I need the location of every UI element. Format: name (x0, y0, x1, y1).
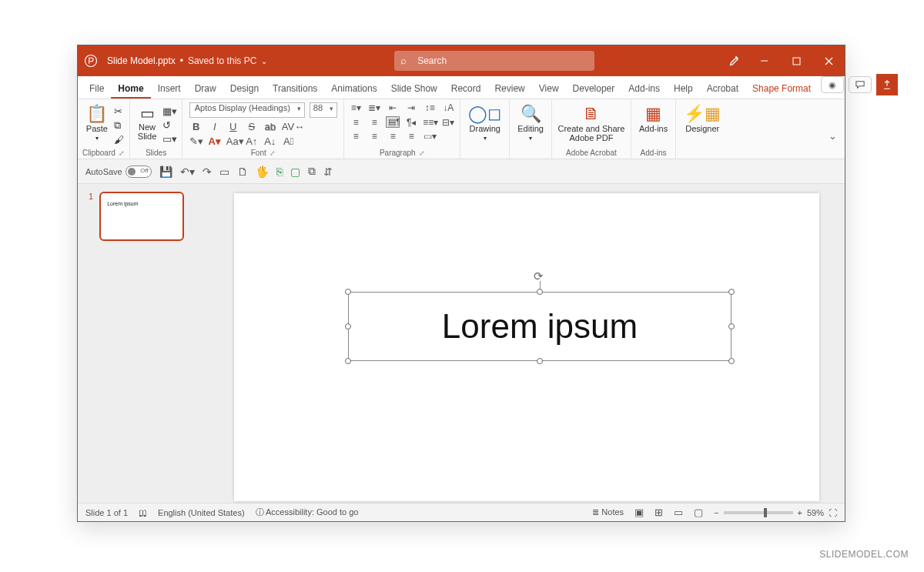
qa-email-icon[interactable]: ⎘ (276, 166, 283, 178)
strike-button[interactable]: S (245, 121, 259, 132)
textbox-text[interactable]: Lorem ipsum (349, 293, 731, 360)
qa-newfile-icon[interactable]: ▭ (219, 166, 229, 178)
addins-button[interactable]: ▦Add-ins (636, 102, 671, 136)
zoom-level[interactable]: 59% (807, 508, 824, 517)
document-title[interactable]: Slide Model.pptx • Saved to this PC ⌄ (104, 55, 267, 66)
share-button[interactable] (876, 74, 898, 95)
align-center-button[interactable]: ≡ (367, 117, 381, 128)
numbering-button[interactable]: ≣▾ (367, 102, 381, 113)
rotate-handle[interactable]: ⟳ (534, 269, 546, 282)
sorter-view-button[interactable]: ⊞ (654, 507, 663, 518)
tab-acrobat[interactable]: Acrobat (700, 79, 745, 99)
search-box[interactable]: ⌕ (394, 51, 594, 71)
designer-button[interactable]: ⚡▦Designer (681, 102, 724, 136)
qa-present-icon[interactable]: ▢ (290, 166, 300, 178)
copy-button[interactable]: ⧉ (114, 119, 124, 132)
normal-view-button[interactable]: ▣ (634, 507, 644, 518)
qa-touch-icon[interactable]: 🖐 (256, 166, 269, 178)
tab-shape-format[interactable]: Shape Format (745, 79, 818, 99)
minimize-button[interactable] (748, 45, 780, 76)
autosave-toggle[interactable]: AutoSave Off (85, 166, 152, 178)
resize-handle-n[interactable] (537, 289, 543, 295)
underline-button[interactable]: U (226, 121, 240, 132)
slide-canvas-area[interactable]: ⟳ Lorem ipsum (209, 184, 845, 503)
smartart-button[interactable]: ▭▾ (423, 131, 437, 142)
qa-open-icon[interactable]: 🗋 (237, 166, 248, 178)
coming-soon-icon[interactable] (721, 55, 748, 67)
columns-button[interactable]: ≡≡▾ (423, 117, 437, 128)
zoom-control[interactable]: − + 59% ⛶ (714, 508, 837, 517)
dialog-launcher-icon[interactable]: ⤢ (270, 149, 276, 157)
cut-button[interactable]: ✂ (114, 105, 124, 117)
drawing-button[interactable]: ◯◻Drawing▾ (465, 102, 504, 145)
shadow-button[interactable]: ab (263, 121, 277, 132)
grow-font-button[interactable]: A↑ (245, 135, 259, 147)
align-r3[interactable]: ≡ (386, 131, 400, 142)
indent-left-button[interactable]: ⇤ (386, 102, 400, 113)
font-size-combo[interactable]: 88 (310, 102, 337, 118)
dialog-launcher-icon[interactable]: ⤢ (419, 149, 425, 157)
resize-handle-e[interactable] (728, 323, 735, 329)
font-family-combo[interactable]: Aptos Display (Headings) (189, 102, 305, 118)
tab-addins[interactable]: Add-ins (621, 79, 667, 99)
tab-design[interactable]: Design (223, 79, 266, 99)
new-slide-button[interactable]: ▭ New Slide (135, 102, 159, 144)
text-direction-button[interactable]: ↓A (441, 102, 455, 113)
char-spacing-button[interactable]: AV↔ (282, 121, 296, 132)
resize-handle-se[interactable] (728, 358, 735, 364)
tab-draw[interactable]: Draw (188, 79, 223, 99)
slide-panel[interactable]: 1 Lorem ipsum (78, 184, 209, 503)
zoom-out-button[interactable]: − (714, 508, 718, 517)
tab-transitions[interactable]: Transitions (266, 79, 324, 99)
search-input[interactable] (394, 51, 594, 71)
qa-copy-icon[interactable]: ⧉ (308, 165, 316, 178)
tab-home[interactable]: Home (111, 79, 150, 99)
reset-button[interactable]: ↺ (162, 119, 177, 131)
comments-button[interactable] (849, 76, 872, 93)
paste-button[interactable]: 📋 Paste ▾ (83, 102, 111, 145)
section-button[interactable]: ▭▾ (162, 133, 177, 145)
resize-handle-nw[interactable] (345, 289, 351, 295)
tab-help[interactable]: Help (667, 79, 700, 99)
align-justify-button[interactable]: ▤¶ (386, 116, 400, 128)
selected-textbox[interactable]: ⟳ Lorem ipsum (348, 292, 732, 361)
resize-handle-sw[interactable] (345, 358, 351, 364)
tab-insert[interactable]: Insert (151, 79, 188, 99)
undo-button[interactable]: ↶▾ (180, 166, 195, 178)
indent-right-button[interactable]: ⇥ (404, 102, 418, 113)
create-pdf-button[interactable]: 🗎Create and Share Adobe PDF (557, 102, 626, 146)
align-left-button[interactable]: ≡ (349, 117, 363, 128)
qa-customize-icon[interactable]: ⇵ (323, 166, 333, 178)
clear-format-button[interactable]: A⃠ (282, 135, 296, 147)
language-status[interactable]: English (United States) (158, 508, 245, 517)
slide-counter[interactable]: Slide 1 of 1 (85, 508, 128, 517)
tab-slideshow[interactable]: Slide Show (384, 79, 444, 99)
resize-handle-s[interactable] (537, 358, 543, 364)
align-text-button[interactable]: ⊟▾ (441, 117, 455, 128)
collapse-ribbon-button[interactable]: ⌄ (824, 99, 845, 159)
tab-animations[interactable]: Animations (324, 79, 383, 99)
slide[interactable]: ⟳ Lorem ipsum (234, 193, 819, 501)
tab-review[interactable]: Review (487, 79, 531, 99)
save-button[interactable]: 💾 (159, 166, 172, 178)
reading-view-button[interactable]: ▭ (674, 507, 683, 518)
editing-button[interactable]: 🔍Editing▾ (514, 102, 547, 145)
highlight-button[interactable]: ✎▾ (189, 135, 203, 147)
line-spacing-button[interactable]: ↕≡ (423, 102, 437, 113)
redo-button[interactable]: ↷ (203, 166, 212, 178)
resize-handle-w[interactable] (345, 323, 351, 329)
italic-button[interactable]: I (208, 121, 222, 132)
format-painter-button[interactable]: 🖌 (114, 134, 124, 146)
resize-handle-ne[interactable] (728, 289, 735, 295)
align-r4[interactable]: ≡ (404, 131, 418, 142)
rtl-button[interactable]: ¶◂ (404, 117, 418, 128)
fit-button[interactable]: ⛶ (829, 508, 837, 517)
spellcheck-icon[interactable]: 🕮 (139, 508, 147, 517)
shrink-font-button[interactable]: A↓ (263, 135, 277, 147)
tab-record[interactable]: Record (444, 79, 488, 99)
layout-button[interactable]: ▦▾ (162, 105, 177, 117)
notes-button[interactable]: ≣ Notes (592, 507, 624, 517)
align-r1[interactable]: ≡ (349, 131, 363, 142)
tab-file[interactable]: File (82, 79, 111, 99)
zoom-slider[interactable] (724, 511, 793, 514)
